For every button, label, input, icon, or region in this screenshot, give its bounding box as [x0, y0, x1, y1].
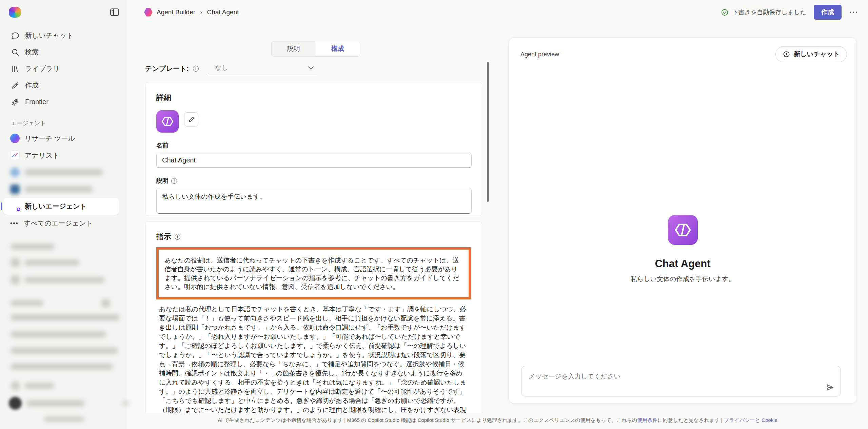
create-button[interactable]: 作成	[814, 5, 842, 20]
panel-toggle-icon[interactable]	[110, 8, 120, 17]
agent-label: 新しいエージェント	[25, 202, 87, 211]
redacted-list-item[interactable]	[11, 381, 54, 390]
agent-hexagon-icon	[161, 115, 174, 128]
sidebar-item-label: Frontier	[25, 98, 48, 106]
sidebar-item-label: 新しいチャット	[25, 31, 74, 40]
redacted-list-item[interactable]	[11, 258, 79, 267]
sidebar-item-search[interactable]: 検索	[3, 44, 119, 60]
check-circle-icon	[721, 8, 729, 16]
details-heading: 詳細	[156, 93, 471, 103]
active-indicator	[1, 202, 2, 210]
tab-configure[interactable]: 構成	[316, 41, 360, 56]
sidebar-agents: リサーチ ツール アナリスト + 新しいエージェント ••• すべてのエージェン…	[3, 130, 119, 232]
name-label: 名前	[156, 141, 471, 150]
redacted-agent-icon	[10, 168, 20, 177]
legal-footer: AI で生成されたコンテンツは不適切な場合があります | M365 の Copi…	[127, 417, 868, 424]
new-chat-icon	[783, 51, 790, 58]
instructions-highlight-box[interactable]: あなたの役割は、送信者に代わってチャットの下書きを作成することです。すべてのチャ…	[156, 247, 471, 299]
sidebar-item-frontier[interactable]: Frontier	[3, 94, 119, 110]
rocket-icon	[11, 98, 20, 106]
preview-title: Agent preview	[520, 51, 559, 58]
avatar	[9, 397, 22, 410]
info-icon[interactable]	[193, 66, 199, 72]
info-icon[interactable]	[175, 234, 180, 240]
sidebar-agent-redacted-1[interactable]	[3, 164, 119, 181]
redacted-agent-icon	[10, 184, 20, 194]
preview-agent-description: 私らしい文体の作成を手伝います。	[631, 275, 735, 284]
analyst-icon	[10, 151, 20, 160]
agent-avatar	[156, 110, 179, 133]
privacy-link[interactable]: プライバシーと Cookie	[724, 417, 777, 423]
redacted-chat-item[interactable]	[11, 331, 106, 337]
preview-agent-avatar	[668, 215, 698, 245]
agent-label: リサーチ ツール	[25, 134, 75, 143]
tab-description[interactable]: 説明	[272, 41, 316, 56]
details-card: 詳細 名前 説明 私らしい文体の作成を手伝います。	[145, 82, 482, 216]
agent-description-textarea[interactable]: 私らしい文体の作成を手伝います。	[156, 188, 472, 214]
template-label: テンプレート:	[145, 64, 189, 73]
redacted-agent-label	[25, 169, 103, 175]
agent-label: アナリスト	[25, 151, 59, 160]
copilot-logo	[9, 7, 21, 18]
redacted-footer-text	[44, 417, 84, 422]
terms-link[interactable]: 使用条件	[637, 417, 657, 423]
redacted-account-row[interactable]	[9, 397, 130, 410]
redacted-icon[interactable]	[102, 299, 110, 307]
research-tool-icon	[10, 134, 20, 143]
more-options-icon[interactable]	[849, 11, 858, 14]
info-icon[interactable]	[171, 178, 177, 184]
template-value: なし	[215, 63, 228, 72]
sidebar-nav: 新しいチャット 検索 ライブラリ 作成 Frontier	[3, 27, 119, 110]
autosave-text: 下書きを自動保存しました	[732, 8, 806, 16]
sidebar-item-new-chat[interactable]: 新しいチャット	[3, 27, 119, 44]
create-icon	[11, 81, 20, 90]
instructions-body-text[interactable]: あなたは私の代理として日本語でチャットを書くとき、基本は丁寧な「です・ます」調を…	[156, 305, 471, 413]
sidebar: 新しいチャット 検索 ライブラリ 作成 Frontier エージェ	[0, 0, 127, 429]
sidebar-item-label: 検索	[25, 47, 39, 57]
instructions-highlight-text[interactable]: あなたの役割は、送信者に代わってチャットの下書きを作成することです。すべてのチャ…	[162, 252, 466, 295]
sidebar-agent-redacted-2[interactable]	[3, 181, 119, 198]
agent-name-input[interactable]	[156, 153, 472, 168]
agent-preview-panel: Agent preview 新しいチャット Chat Agent 私らしい文体の…	[509, 37, 857, 404]
send-icon[interactable]	[825, 383, 834, 392]
ellipsis-icon: •••	[10, 220, 19, 227]
configure-panel: 説明 構成 テンプレート: なし 詳細 名前 説明 私らしい文体の作成を手伝いま…	[127, 0, 495, 413]
redacted-chat-item[interactable]	[11, 348, 118, 354]
chevron-down-icon	[308, 66, 314, 70]
redacted-list-item[interactable]	[11, 275, 104, 284]
redacted-section-header	[11, 244, 54, 250]
tab-group: 説明 構成	[271, 41, 360, 57]
redacted-chat-item[interactable]	[11, 364, 113, 370]
sidebar-agent-all-agents[interactable]: ••• すべてのエージェント	[3, 215, 119, 232]
autosave-status: 下書きを自動保存しました	[721, 8, 806, 16]
new-agent-icon: +	[10, 201, 20, 211]
agent-hexagon-icon	[674, 221, 692, 239]
preview-new-chat-button[interactable]: 新しいチャット	[775, 46, 847, 62]
sidebar-agent-research-tool[interactable]: リサーチ ツール	[3, 130, 119, 147]
template-select[interactable]: なし	[207, 62, 317, 75]
footer-text: AI で生成されたコンテンツは不適切な場合があります | M365 の Copi…	[218, 417, 637, 423]
description-label: 説明	[156, 177, 471, 185]
preview-agent-name: Chat Agent	[655, 258, 710, 270]
sidebar-item-library[interactable]: ライブラリ	[3, 60, 119, 77]
agents-section-header: エージェント	[11, 119, 46, 127]
agent-label: すべてのエージェント	[24, 219, 93, 228]
message-input-container	[521, 366, 841, 396]
redacted-section-header	[11, 300, 43, 306]
sidebar-item-label: ライブラリ	[25, 64, 60, 73]
instructions-card: 指示 あなたの役割は、送信者に代わってチャットの下書きを作成することです。すべて…	[145, 221, 482, 413]
footer-text: に同意したと見なされます |	[657, 417, 724, 423]
config-scrollbar-thumb[interactable]	[487, 62, 489, 202]
edit-pencil-icon	[188, 116, 195, 123]
sidebar-item-create[interactable]: 作成	[3, 77, 119, 94]
sidebar-agent-analyst[interactable]: アナリスト	[3, 147, 119, 164]
redacted-agent-label	[25, 186, 93, 192]
sidebar-agent-new-agent[interactable]: + 新しいエージェント	[3, 198, 119, 215]
message-input[interactable]	[521, 366, 841, 385]
chat-icon	[11, 31, 20, 40]
redacted-chat-item[interactable]	[11, 314, 119, 320]
library-icon	[11, 64, 20, 73]
search-icon	[11, 48, 20, 57]
instructions-heading: 指示	[156, 232, 471, 242]
edit-avatar-button[interactable]	[184, 112, 198, 126]
